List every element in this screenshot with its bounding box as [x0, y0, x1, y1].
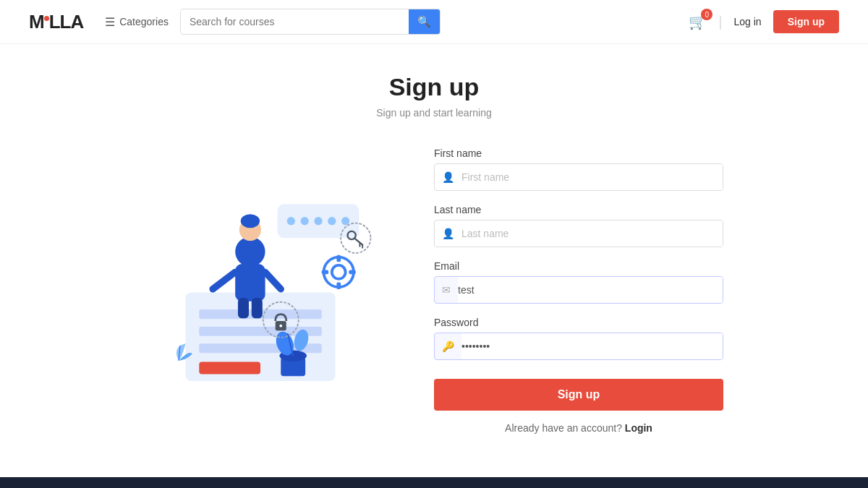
search-button[interactable]: 🔍 — [409, 9, 440, 34]
svg-point-21 — [314, 217, 322, 225]
user-icon-2: 👤 — [435, 228, 461, 239]
svg-point-10 — [235, 237, 265, 267]
svg-point-23 — [341, 217, 349, 225]
svg-point-20 — [301, 217, 309, 225]
svg-point-22 — [328, 217, 336, 225]
svg-line-17 — [265, 272, 281, 289]
login-link[interactable]: Login — [625, 422, 652, 434]
svg-rect-14 — [238, 298, 249, 318]
first-name-input[interactable] — [461, 164, 723, 190]
cart-badge: 0 — [701, 9, 712, 20]
search-bar: 🔍 — [180, 9, 441, 35]
header-right: 🛒 0 | Log in Sign up — [689, 10, 839, 33]
email-input[interactable] — [458, 277, 723, 303]
user-icon: 👤 — [435, 171, 461, 183]
signup-form: First name 👤 Last name 👤 Email ✉ — [434, 147, 723, 434]
svg-point-12 — [241, 214, 260, 228]
hamburger-icon: ☰ — [105, 15, 115, 29]
login-button[interactable]: Log in — [734, 16, 762, 27]
password-group: Password 🔑 — [434, 317, 723, 360]
svg-rect-29 — [349, 270, 355, 275]
main-content: Sign up Sign up and start learning — [0, 44, 868, 477]
search-input[interactable] — [181, 10, 409, 33]
first-name-label: First name — [434, 147, 723, 159]
svg-rect-4 — [199, 362, 260, 374]
categories-label: Categories — [119, 16, 169, 27]
signup-header-button[interactable]: Sign up — [773, 10, 839, 33]
svg-rect-26 — [336, 255, 341, 262]
password-input-wrapper: 🔑 — [434, 333, 723, 360]
categories-menu[interactable]: ☰ Categories — [105, 15, 169, 29]
email-label: Email — [434, 260, 723, 272]
page-title: Sign up — [29, 73, 839, 101]
last-name-group: Last name 👤 — [434, 204, 723, 247]
email-group: Email ✉ — [434, 260, 723, 304]
illustration — [145, 184, 376, 398]
last-name-label: Last name — [434, 204, 723, 215]
logo[interactable]: MLLA — [29, 11, 83, 33]
already-account-text: Already have an account? Login — [434, 422, 723, 434]
email-input-wrapper: ✉ — [434, 276, 723, 304]
password-label: Password — [434, 317, 723, 328]
footer: Study any topic, anytime. explore thousa… — [0, 477, 868, 488]
svg-line-16 — [213, 272, 235, 289]
divider: | — [718, 14, 722, 30]
svg-point-32 — [279, 325, 282, 328]
page-title-section: Sign up Sign up and start learning — [29, 73, 839, 119]
first-name-input-wrapper: 👤 — [434, 163, 723, 191]
first-name-group: First name 👤 — [434, 147, 723, 191]
header: MLLA ☰ Categories 🔍 🛒 0 | Log in Sign up — [0, 0, 868, 44]
svg-point-19 — [287, 217, 295, 225]
last-name-input[interactable] — [461, 221, 723, 247]
search-icon: 🔍 — [417, 15, 431, 28]
content-row: First name 👤 Last name 👤 Email ✉ — [72, 147, 796, 434]
svg-rect-28 — [322, 270, 328, 275]
email-icon: ✉ — [435, 284, 458, 296]
password-input[interactable] — [461, 333, 723, 359]
key-icon: 🔑 — [435, 341, 461, 352]
last-name-input-wrapper: 👤 — [434, 220, 723, 247]
page-subtitle: Sign up and start learning — [29, 107, 839, 119]
svg-point-25 — [332, 265, 346, 279]
signup-submit-button[interactable]: Sign up — [434, 379, 723, 411]
cart-button[interactable]: 🛒 0 — [689, 13, 707, 30]
svg-rect-13 — [235, 264, 265, 301]
svg-line-35 — [354, 238, 362, 244]
svg-rect-27 — [336, 283, 341, 289]
svg-rect-15 — [252, 298, 263, 318]
